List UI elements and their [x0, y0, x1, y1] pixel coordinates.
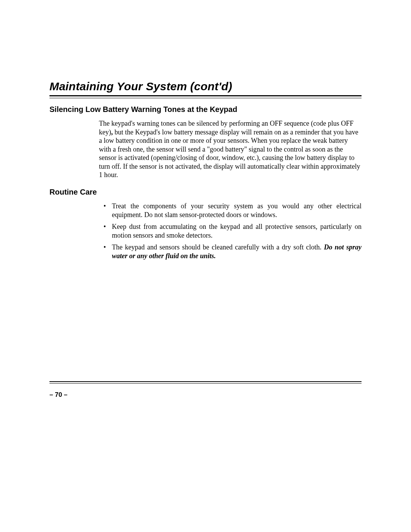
document-page: Maintaining Your System (cont'd) Silenci…	[0, 0, 411, 532]
page-title: Maintaining Your System (cont'd)	[49, 80, 362, 93]
footer-rule	[49, 381, 362, 383]
list-item: Treat the components of your security sy…	[112, 202, 362, 219]
list-item-lead: The keypad and sensors should be cleaned…	[112, 243, 324, 251]
title-rule	[49, 95, 362, 98]
list-item: The keypad and sensors should be cleaned…	[112, 243, 362, 260]
section-heading-routine: Routine Care	[49, 188, 362, 197]
page-number: – 70 –	[49, 391, 67, 399]
silencing-paragraph: The keypad's warning tones can be silenc…	[99, 119, 362, 179]
section-heading-silencing: Silencing Low Battery Warning Tones at t…	[49, 105, 362, 114]
routine-care-list: Treat the components of your security sy…	[99, 202, 362, 260]
list-item: Keep dust from accumulating on the keypa…	[112, 222, 362, 240]
silencing-text-b: but the Keypad's low battery message dis…	[99, 128, 360, 179]
